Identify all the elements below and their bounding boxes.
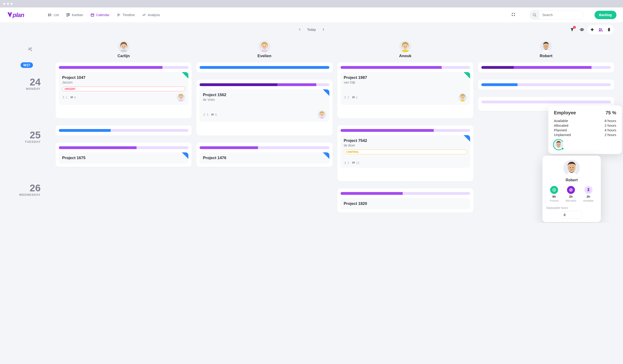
day-cell[interactable]: Project 1562de Vries 3 8 — [196, 80, 333, 136]
svg-point-38 — [547, 46, 547, 47]
browser-chrome — [0, 0, 623, 7]
svg-point-4 — [48, 14, 49, 14]
day-cell[interactable] — [478, 62, 614, 73]
stat-present[interactable]: 8h Present — [550, 186, 558, 202]
stat-allocated[interactable]: 2h Allocated — [566, 186, 576, 202]
week-badge: W17 — [21, 62, 33, 68]
today-button[interactable]: Today — [307, 28, 316, 31]
avatar — [399, 41, 411, 52]
employee-popover-rows: Available8 hoursAllocated2 hoursPlanned4… — [554, 119, 616, 137]
presence-dot-icon — [561, 147, 564, 150]
filter-button[interactable]: 1 — [568, 25, 576, 34]
day-cell[interactable]: Project 7542de BoerCONTROL 1 12 — [337, 125, 473, 181]
stat-value: 4 hours — [604, 128, 616, 132]
search-input[interactable] — [539, 13, 583, 17]
svg-point-16 — [581, 29, 582, 30]
capacity-bar — [481, 83, 611, 86]
task-status-corner-icon — [464, 135, 470, 142]
calendar-icon — [90, 13, 94, 17]
prev-period[interactable] — [298, 27, 301, 32]
comments-count: 12 — [352, 161, 359, 165]
task-status-corner-icon — [323, 89, 329, 96]
svg-point-46 — [322, 114, 323, 115]
view-label: List — [54, 13, 59, 17]
employee-popover-pct: 75 % — [605, 110, 616, 115]
assignee-avatar[interactable] — [458, 93, 467, 102]
employee-popover-avatar[interactable] — [554, 140, 563, 149]
person-name: Anouk — [399, 54, 412, 58]
person-header-evelien[interactable]: Evelien — [194, 37, 335, 62]
day-cell[interactable] — [56, 125, 192, 136]
person-header-anouk[interactable]: Anouk — [335, 37, 476, 62]
resource-view-button[interactable] — [605, 25, 613, 34]
svg-point-41 — [180, 97, 180, 97]
day-cell[interactable]: Project 1476 — [196, 143, 333, 167]
task-footer: 2 2 — [344, 93, 467, 102]
svg-point-37 — [545, 46, 546, 47]
task-card[interactable]: Project 1047JanzenURGENT 1 6 — [59, 72, 188, 105]
assignee-avatar[interactable] — [318, 110, 326, 119]
task-card[interactable]: Project 1675 — [59, 152, 188, 164]
task-card[interactable]: Project 7542de BoerCONTROL 1 12 — [341, 135, 470, 168]
task-card[interactable]: Project 1476 — [200, 152, 329, 164]
person-header-carlijn[interactable]: Carlijn — [53, 37, 194, 62]
deployable-hours-input[interactable] — [561, 211, 582, 219]
attachments-count: 2 — [344, 96, 349, 99]
people-view-button[interactable] — [596, 25, 605, 34]
fullscreen-button[interactable] — [510, 11, 516, 19]
svg-point-17 — [599, 28, 601, 30]
svg-point-29 — [263, 46, 264, 47]
day-cell[interactable]: Project 1675 — [56, 143, 192, 167]
next-period[interactable] — [322, 27, 325, 32]
stat-label: Allocated — [566, 199, 576, 202]
backlog-button[interactable]: Backlog — [595, 11, 617, 19]
svg-point-42 — [181, 97, 182, 97]
stat-label: Planned — [554, 128, 567, 132]
timeline-icon — [117, 13, 121, 17]
stat-value: 2h — [569, 195, 573, 198]
compass-icon — [567, 186, 575, 194]
view-timeline[interactable]: Timeline — [114, 11, 137, 19]
stat-available[interactable]: 2h Available — [583, 186, 593, 202]
day-cell[interactable]: Project 1987van Dijk 2 2 — [337, 62, 473, 118]
svg-rect-9 — [91, 14, 94, 16]
shuffle-button[interactable] — [28, 47, 32, 52]
deployable-label: Deployable hours — [546, 206, 597, 210]
capacity-bar — [59, 146, 188, 149]
integrations-button[interactable] — [588, 25, 596, 34]
avatar — [563, 160, 580, 176]
person-header-robert[interactable]: Robert — [476, 37, 617, 62]
view-kanban[interactable]: Kanban — [64, 11, 86, 19]
view-list[interactable]: List — [45, 11, 62, 19]
task-status-corner-icon — [182, 152, 188, 159]
day-cell[interactable]: Project 1047JanzenURGENT 1 6 — [56, 62, 192, 118]
search[interactable] — [530, 10, 584, 20]
assignee-avatar[interactable] — [177, 93, 185, 102]
capacity-bar — [341, 129, 470, 132]
visibility-button[interactable] — [578, 25, 586, 34]
employee-stat-row: Unplanned2 hours — [554, 133, 616, 137]
person-name: Robert — [540, 54, 553, 58]
day-cell[interactable] — [196, 62, 333, 73]
task-card[interactable]: Project 1562de Vries 3 8 — [200, 89, 329, 122]
svg-point-14 — [533, 14, 535, 16]
attachments-count: 1 — [344, 161, 349, 165]
task-card[interactable]: Project 1820 — [341, 198, 470, 209]
day-cell[interactable] — [478, 80, 614, 90]
stat-value: 8h — [552, 195, 556, 198]
employee-stat-row: Allocated2 hours — [554, 123, 616, 128]
task-subtitle: Janzen — [62, 81, 185, 84]
day-name: WEDNESDAY — [6, 193, 41, 196]
lane-evelien: Project 1562de Vries 3 8 Project 1476 — [194, 62, 335, 216]
svg-point-30 — [265, 46, 266, 47]
board: Carlijn Evelien Anouk Robert — [0, 37, 623, 223]
svg-line-15 — [535, 16, 536, 17]
day-cell[interactable]: Project 1820 — [337, 188, 473, 213]
task-card[interactable]: Project 1987van Dijk 2 2 — [341, 72, 470, 105]
search-icon — [530, 10, 539, 20]
task-title: Project 1820 — [344, 201, 467, 206]
stat-row: 8h Present 2h Allocated 2h Available — [546, 186, 597, 202]
view-calendar[interactable]: Calendar — [88, 11, 112, 19]
view-analysis[interactable]: Analysis — [139, 11, 163, 19]
task-title: Project 1987 — [344, 75, 467, 80]
